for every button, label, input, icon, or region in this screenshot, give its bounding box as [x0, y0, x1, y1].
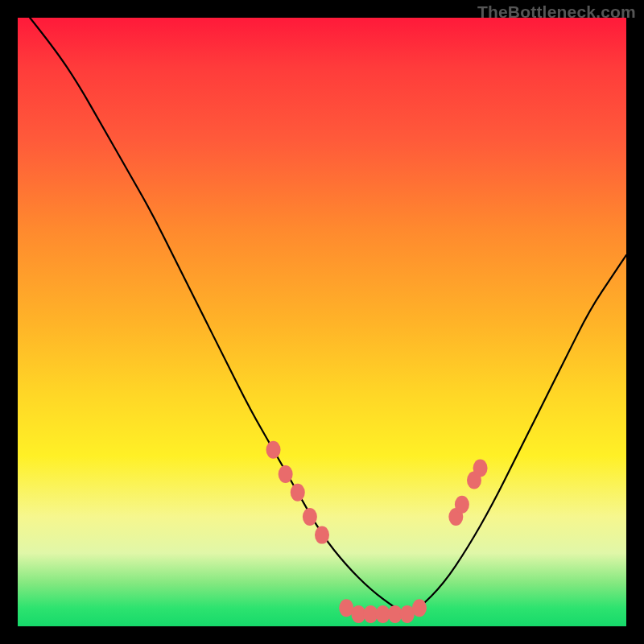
curve-layer — [18, 18, 626, 626]
curve-marker — [473, 459, 488, 477]
curve-marker — [291, 484, 305, 502]
watermark-text: TheBottleneck.com — [477, 2, 636, 22]
curve-marker — [455, 496, 469, 514]
curve-marker — [303, 508, 317, 526]
curve-marker — [279, 465, 293, 483]
curve-marker — [266, 441, 281, 459]
chart-frame: TheBottleneck.com — [0, 0, 644, 644]
curve-marker — [315, 526, 329, 544]
curve-markers — [266, 441, 488, 623]
bottleneck-curve — [30, 18, 626, 613]
curve-marker — [412, 599, 427, 617]
plot-area — [18, 18, 626, 626]
